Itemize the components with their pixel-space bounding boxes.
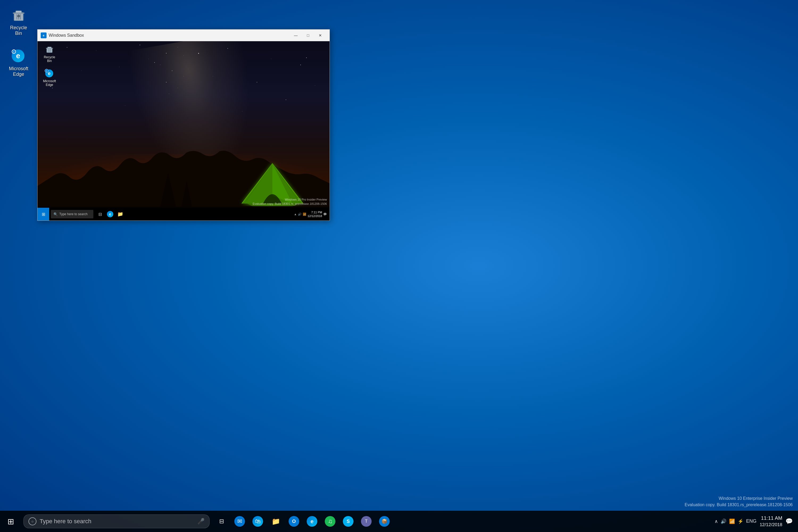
sandbox-date: 12/12/2018 — [307, 214, 322, 218]
desktop-icon-area: ♻ Recycle Bin e e Microsoft Edge — [5, 5, 32, 79]
recycle-bin-label: Recycle Bin — [7, 25, 30, 36]
sandbox-window: e Windows Sandbox — □ ✕ — [37, 29, 330, 221]
svg-rect-2 — [13, 13, 24, 14]
search-placeholder: Type here to search — [40, 518, 91, 525]
host-watermark: Windows 10 Enterprise Insider Preview Ev… — [685, 495, 793, 508]
sandbox-taskbar: ⊞ 🔍 Type here to search ⊟ e 📁 ▲ 🔊 — [38, 208, 329, 221]
sandbox-search-icon: 🔍 — [54, 212, 58, 216]
trees — [160, 173, 192, 207]
sandbox-recycle-bin-icon — [45, 45, 54, 55]
sandbox-recycle-bin[interactable]: Recycle Bin — [40, 44, 59, 64]
taskbar-task-view[interactable]: ⊟ — [214, 513, 230, 529]
taskbar-apps: ⊟ ✉ 🛍 📁 O — [214, 513, 392, 529]
systray-date: 12/12/2018 — [760, 521, 782, 528]
cortana-icon: ○ — [28, 517, 36, 525]
sandbox-watermark-line1: Windows 10 Pro Insider Preview — [253, 198, 327, 202]
edge-icon: e e — [11, 49, 26, 64]
systray-time: 11:11 AM — [760, 515, 782, 522]
sandbox-wallpaper: Recycle Bin e e Microsoft Edge — [38, 41, 329, 221]
taskbar-skype[interactable]: S — [340, 513, 356, 529]
host-taskbar: ⊞ ○ Type here to search 🎤 ⊟ ✉ 🛍 — [0, 511, 798, 532]
taskbar-outlook[interactable]: O — [286, 513, 302, 529]
edge-taskbar-icon: e — [307, 516, 317, 527]
window-title: Windows Sandbox — [49, 33, 290, 38]
taskbar-teams[interactable]: T — [358, 513, 374, 529]
host-systray: ∧ 🔊 📶 ⚡ ENG 11:11 AM 12/12/2018 💬 — [715, 515, 798, 528]
close-button[interactable]: ✕ — [314, 31, 326, 40]
systray-clock[interactable]: 11:11 AM 12/12/2018 — [760, 515, 782, 528]
taskbar-mail[interactable]: ✉ — [232, 513, 248, 529]
desktop-icon-edge[interactable]: e e Microsoft Edge — [5, 46, 32, 79]
sandbox-recycle-bin-label: Recycle Bin — [41, 55, 58, 63]
edge-label: Microsoft Edge — [7, 66, 30, 77]
taskbar-explorer[interactable]: 📁 — [268, 513, 284, 529]
svg-text:♻: ♻ — [17, 14, 20, 18]
recycle-bin-icon: ♻ — [11, 7, 26, 23]
taskbar-spotify[interactable]: ♫ — [322, 513, 338, 529]
sandbox-watermark-line2: Evaluation copy. Build 18301.rs_prerelea… — [253, 202, 327, 206]
search-box[interactable]: ○ Type here to search 🎤 — [23, 514, 210, 528]
systray-language[interactable]: ENG — [746, 518, 757, 524]
start-icon: ⊞ — [7, 517, 14, 526]
host-watermark-line2: Evaluation copy. Build 18301.rs_prerelea… — [685, 502, 793, 508]
systray-network[interactable]: 📶 — [729, 518, 735, 524]
teams-icon: T — [361, 516, 372, 527]
folder-icon: 📁 — [270, 516, 281, 527]
sandbox-content: Recycle Bin e e Microsoft Edge — [38, 41, 329, 221]
spotify-icon: ♫ — [325, 516, 336, 527]
store-icon: 🛍 — [252, 516, 263, 527]
maximize-button[interactable]: □ — [302, 31, 314, 40]
minimize-button[interactable]: — — [290, 31, 302, 40]
taskbar-store[interactable]: 🛍 — [250, 513, 266, 529]
svg-rect-14 — [46, 48, 53, 49]
svg-marker-7 — [160, 173, 176, 207]
sandbox-edge-taskbar[interactable]: e — [106, 210, 115, 218]
sandbox-search-text: Type here to search — [59, 212, 88, 216]
sandbox-edge-icon: e e — [45, 69, 54, 78]
notification-center-icon[interactable]: 💬 — [785, 518, 793, 525]
window-titlebar: e Windows Sandbox — □ ✕ — [38, 30, 329, 41]
task-view-icon: ⊟ — [216, 516, 227, 527]
sandbox-taskbar-icons: ⊟ e 📁 — [95, 210, 125, 218]
sandbox-search-box[interactable]: 🔍 Type here to search — [51, 210, 93, 218]
sandbox-start-icon: ⊞ — [42, 212, 45, 217]
taskbar-app[interactable]: 📦 — [376, 513, 392, 529]
sandbox-task-view-icon[interactable]: ⊟ — [95, 210, 104, 218]
systray-chevron[interactable]: ∧ — [715, 518, 718, 524]
desktop-icon-recycle-bin[interactable]: ♻ Recycle Bin — [5, 5, 32, 38]
sandbox-folder-taskbar[interactable]: 📁 — [116, 210, 125, 218]
systray-battery[interactable]: ⚡ — [738, 518, 743, 524]
systray-icon-area: ∧ 🔊 📶 ⚡ ENG — [715, 518, 757, 524]
sandbox-watermark: Windows 10 Pro Insider Preview Evaluatio… — [253, 198, 327, 206]
systray-volume[interactable]: 🔊 — [721, 518, 726, 524]
sandbox-systray: ▲ 🔊 📶 7:11 PM 12/12/2018 💬 — [294, 210, 329, 218]
sandbox-time: 7:11 PM — [307, 210, 322, 214]
sandbox-edge-desktop[interactable]: e e Microsoft Edge — [40, 68, 59, 88]
microphone-icon[interactable]: 🎤 — [197, 518, 205, 525]
window-controls: — □ ✕ — [290, 31, 326, 40]
sandbox-window-icon: e — [41, 33, 46, 38]
stars-layer — [38, 41, 329, 158]
host-watermark-line1: Windows 10 Enterprise Insider Preview — [685, 495, 793, 502]
outlook-icon: O — [289, 516, 299, 527]
mail-icon: ✉ — [234, 516, 245, 527]
skype-icon: S — [343, 516, 354, 527]
taskbar-edge[interactable]: e — [304, 513, 320, 529]
sandbox-clock: 7:11 PM 12/12/2018 — [307, 210, 322, 218]
app-icon: 📦 — [379, 516, 390, 527]
sandbox-edge-label: Microsoft Edge — [41, 79, 58, 87]
start-button[interactable]: ⊞ — [0, 511, 21, 532]
sandbox-desktop-icons: Recycle Bin e e Microsoft Edge — [40, 44, 59, 88]
svg-marker-8 — [182, 180, 192, 207]
sandbox-start-button[interactable]: ⊞ — [38, 208, 49, 221]
